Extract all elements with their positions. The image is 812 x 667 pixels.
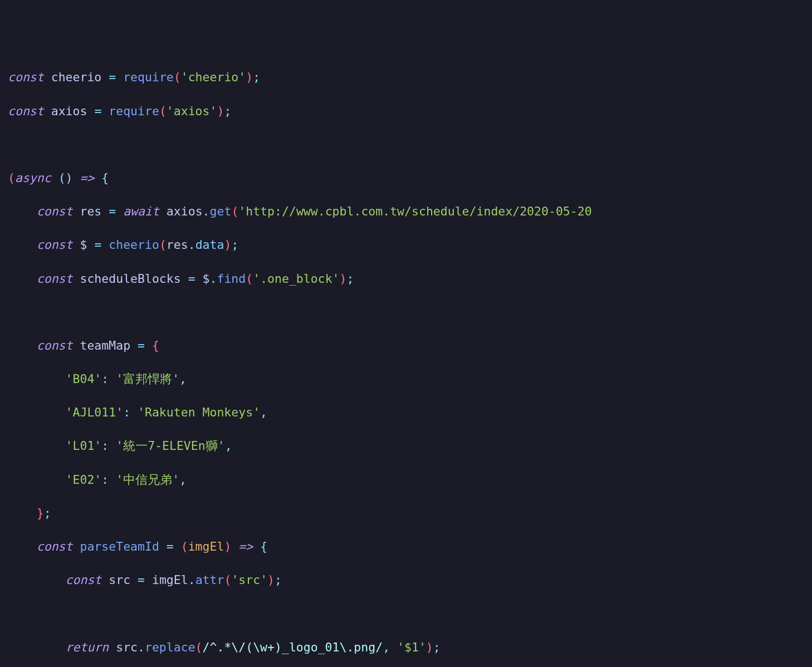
paren-open: ( (58, 171, 66, 185)
object-value: '中信兄弟' (116, 473, 179, 487)
object-value: '富邦悍將' (116, 372, 179, 386)
paren-open: ( (246, 272, 253, 286)
variable-scheduleblocks: scheduleBlocks (80, 272, 180, 286)
operator-equals: = (94, 104, 101, 118)
colon: : (101, 439, 109, 453)
object-value: '統一7-ELEVEn獅' (116, 439, 224, 453)
string-url: 'http://www.cpbl.com.tw/schedule/index/2… (238, 204, 591, 218)
code-line-14: }; (8, 505, 804, 522)
semicolon: ; (275, 573, 282, 587)
param-imgel: imgEl (188, 540, 224, 553)
method-replace: replace (145, 640, 195, 654)
semicolon: ; (433, 640, 441, 654)
code-line-8 (8, 304, 804, 321)
method-attr: attr (195, 573, 224, 587)
code-line-1: const cheerio = require('cheerio'); (8, 69, 804, 86)
comma: , (260, 405, 267, 419)
variable-axios: axios (51, 104, 87, 118)
comma: , (179, 372, 187, 386)
semicolon: ; (231, 238, 238, 252)
object-imgel: imgEl (152, 573, 188, 587)
string-cheerio: 'cheerio' (181, 70, 246, 84)
string-axios: 'axios' (167, 104, 217, 118)
paren-open: ( (159, 104, 167, 118)
operator-equals: = (109, 204, 116, 218)
indent (8, 439, 66, 453)
variable-cheerio: cheerio (51, 70, 102, 84)
paren-open: ( (195, 640, 203, 654)
colon: : (101, 473, 109, 487)
comma: , (383, 640, 390, 654)
paren-open: ( (174, 70, 181, 84)
operator-equals: = (167, 540, 174, 553)
code-editor[interactable]: const cheerio = require('cheerio'); cons… (8, 69, 804, 667)
keyword-async: async (15, 171, 51, 185)
semicolon: ; (253, 70, 260, 84)
paren-open: ( (231, 204, 238, 218)
code-line-9: const teamMap = { (8, 337, 804, 354)
object-key: 'B04' (66, 372, 102, 386)
paren-close: ) (426, 640, 433, 654)
code-line-10: 'B04': '富邦悍將', (8, 371, 804, 388)
dot: . (210, 272, 217, 286)
paren-close: ) (224, 540, 231, 553)
code-line-4: (async () => { (8, 170, 804, 187)
indent (8, 238, 37, 252)
paren-open: ( (181, 540, 188, 553)
dot: . (188, 238, 195, 252)
object-key: 'AJL011' (66, 405, 124, 419)
indent (8, 473, 66, 487)
variable-parseteamid: parseTeamId (80, 540, 159, 553)
brace-open: { (101, 171, 109, 185)
indent (8, 339, 37, 352)
function-require: require (123, 70, 174, 84)
indent (8, 405, 66, 419)
object-key: 'L01' (66, 439, 102, 453)
paren-close: ) (267, 573, 275, 587)
keyword-const: const (37, 238, 73, 252)
paren-close: ) (340, 272, 347, 286)
string-replacement: '$1' (397, 640, 426, 654)
dot: . (203, 204, 210, 218)
code-line-5: const res = await axios.get('http://www.… (8, 203, 804, 220)
variable-res: res (80, 204, 101, 218)
indent (8, 640, 66, 654)
variable-teammap: teamMap (80, 339, 130, 352)
object-value: 'Rakuten Monkeys' (138, 405, 260, 419)
operator-equals: = (94, 238, 101, 252)
code-line-12: 'L01': '統一7-ELEVEn獅', (8, 438, 804, 454)
code-line-3 (8, 136, 804, 153)
keyword-const: const (37, 272, 73, 286)
paren-close: ) (217, 104, 224, 118)
keyword-const: const (37, 339, 73, 352)
colon: : (123, 405, 130, 419)
code-line-13: 'E02': '中信兄弟', (8, 472, 804, 488)
variable-src: src (109, 573, 130, 587)
code-line-16: const src = imgEl.attr('src'); (8, 572, 804, 588)
indent (8, 506, 37, 520)
dot: . (188, 573, 195, 587)
code-line-7: const scheduleBlocks = $.find('.one_bloc… (8, 271, 804, 287)
colon: : (101, 372, 109, 386)
function-require: require (109, 104, 159, 118)
paren-open: ( (8, 171, 15, 185)
arrow: => (80, 171, 95, 185)
property-data: data (195, 238, 224, 252)
paren-close: ) (246, 70, 253, 84)
paren-close: ) (66, 171, 73, 185)
method-get: get (210, 204, 232, 218)
arrow: => (238, 540, 253, 553)
comma: , (225, 439, 232, 453)
comma: , (179, 473, 187, 487)
code-line-15: const parseTeamId = (imgEl) => { (8, 538, 804, 555)
brace-close: } (37, 506, 44, 520)
paren-close: ) (224, 238, 231, 252)
paren-open: ( (224, 573, 231, 587)
indent (8, 204, 37, 218)
operator-equals: = (138, 573, 145, 587)
semicolon: ; (346, 272, 354, 286)
arg-res: res (167, 238, 188, 252)
method-find: find (217, 272, 246, 286)
dot: . (138, 640, 145, 654)
semicolon: ; (224, 104, 231, 118)
